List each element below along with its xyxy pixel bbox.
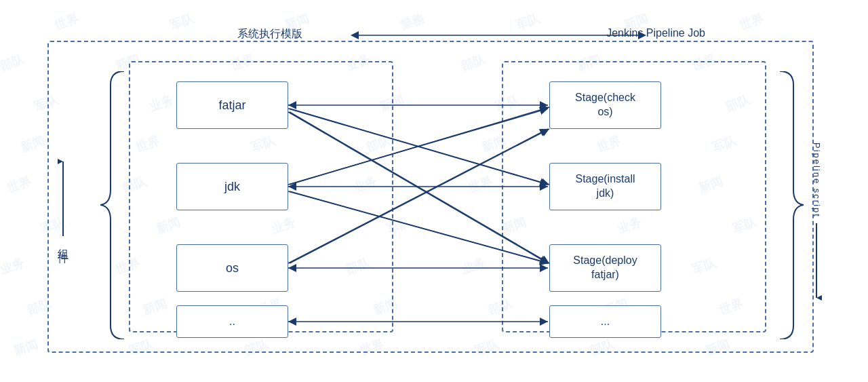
pipeline-script-group: Pipeline script	[811, 142, 822, 303]
box-dotdot-right: ...	[549, 305, 661, 338]
box-deployfatjar: Stage(deploy fatjar)	[549, 244, 661, 292]
box-checkos: Stage(check os)	[549, 81, 661, 129]
brace-right-svg	[776, 71, 804, 339]
title-arrow	[349, 28, 648, 42]
components-text: 组件	[56, 240, 70, 248]
pipeline-script-text: Pipeline script	[812, 142, 822, 218]
label-system: 系统执行模版	[237, 27, 302, 41]
box-dotdot: ..	[176, 305, 288, 338]
brace-left-svg	[100, 71, 127, 339]
box-installjdk: Stage(install jdk)	[549, 163, 661, 210]
box-jdk: jdk	[176, 163, 288, 210]
box-os: os	[176, 244, 288, 292]
components-arrow-up	[58, 156, 68, 237]
diagram-container: 系统执行模版 Jenkins Pipeline Job	[41, 20, 827, 360]
pipeline-arrow-down	[811, 222, 822, 303]
components-label-group: 组件	[56, 156, 70, 248]
box-fatjar: fatjar	[176, 81, 288, 129]
